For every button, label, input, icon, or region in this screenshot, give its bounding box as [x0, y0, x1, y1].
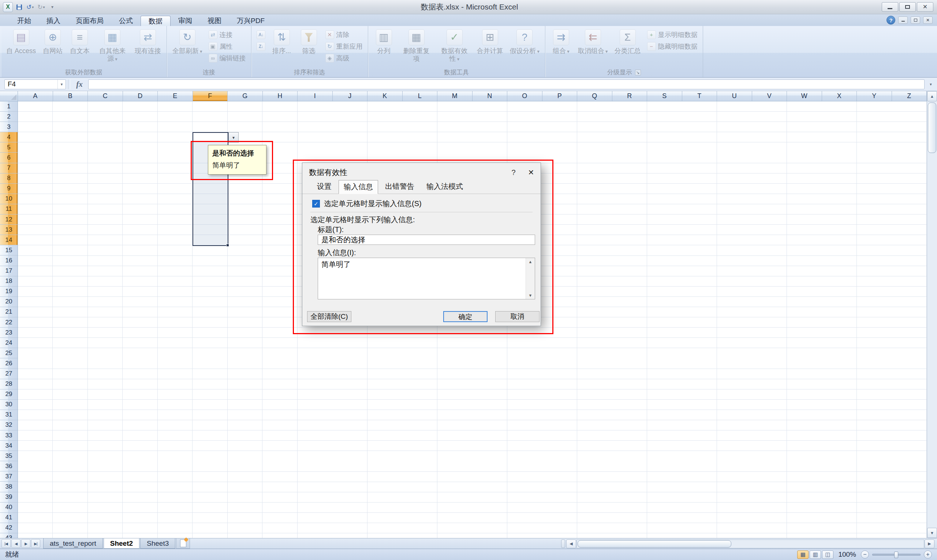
select-all-corner[interactable]: [0, 91, 18, 102]
scroll-left-button[interactable]: ◀: [566, 540, 576, 548]
row-header-15[interactable]: 15: [0, 245, 18, 255]
dialog-help-button[interactable]: ?: [505, 163, 522, 182]
qat-customize-button[interactable]: ▾: [48, 2, 57, 12]
textarea-scroll-up-icon[interactable]: ▲: [529, 260, 532, 264]
zoom-level[interactable]: 100%: [838, 551, 856, 558]
vertical-scroll-thumb[interactable]: [928, 103, 936, 153]
ribbon-button-sort[interactable]: ⇅排序...: [269, 29, 295, 55]
insert-worksheet-button[interactable]: [176, 538, 190, 549]
column-header-K[interactable]: K: [368, 91, 403, 101]
row-header-34[interactable]: 34: [0, 441, 18, 451]
row-header-36[interactable]: 36: [0, 461, 18, 471]
zoom-slider-thumb[interactable]: [894, 552, 898, 558]
clear-all-button[interactable]: 全部清除(C): [307, 311, 351, 322]
row-header-11[interactable]: 11: [0, 204, 18, 214]
column-header-E[interactable]: E: [158, 91, 193, 101]
ribbon-button-text-to-columns[interactable]: ▥分列: [371, 29, 397, 55]
column-header-W[interactable]: W: [787, 91, 822, 101]
textarea-scroll-down-icon[interactable]: ▼: [529, 293, 532, 298]
redo-button[interactable]: ↻▾: [36, 2, 46, 12]
workbook-minimize-button[interactable]: [898, 17, 908, 24]
ribbon-button-reapply[interactable]: ↻重新应用: [323, 41, 365, 52]
last-sheet-button[interactable]: ▶|: [31, 539, 40, 548]
row-header-42[interactable]: 42: [0, 523, 18, 533]
column-header-M[interactable]: M: [437, 91, 472, 101]
formula-bar-expand-icon[interactable]: ▾: [927, 79, 935, 89]
column-header-J[interactable]: J: [333, 91, 368, 101]
ribbon-button-properties[interactable]: ▣属性: [206, 41, 248, 52]
ribbon-tab-data[interactable]: 数据: [140, 16, 171, 26]
ribbon-button-ungroup[interactable]: ⇇取消组合▾: [575, 29, 611, 55]
close-button[interactable]: ✕: [917, 2, 933, 12]
column-header-B[interactable]: B: [53, 91, 88, 101]
ribbon-button-what-if-analysis[interactable]: ?假设分析▾: [507, 29, 542, 55]
workbook-restore-button[interactable]: [911, 17, 920, 24]
ribbon-tab-insert[interactable]: 插入: [39, 16, 68, 26]
tab-split-handle[interactable]: [561, 540, 565, 548]
row-header-37[interactable]: 37: [0, 471, 18, 482]
row-header-28[interactable]: 28: [0, 379, 18, 389]
workbook-close-button[interactable]: ✕: [923, 17, 932, 24]
excel-app-icon[interactable]: X: [3, 2, 13, 12]
ribbon-tab-home[interactable]: 开始: [9, 16, 39, 26]
scroll-down-button[interactable]: ▼: [927, 528, 937, 538]
row-header-5[interactable]: 5: [0, 142, 18, 152]
ribbon-button-from-access[interactable]: ▤自 Access: [4, 29, 38, 55]
row-header-18[interactable]: 18: [0, 276, 18, 286]
minimize-button[interactable]: [882, 2, 898, 12]
horizontal-scroll-thumb[interactable]: [578, 540, 731, 548]
column-header-A[interactable]: A: [18, 91, 53, 101]
dialog-close-button[interactable]: ✕: [522, 163, 541, 182]
ok-button[interactable]: 确定: [443, 311, 488, 322]
row-header-23[interactable]: 23: [0, 328, 18, 338]
ribbon-button-existing-connections[interactable]: ⇄现有连接: [132, 29, 164, 55]
ribbon-tab-page-layout[interactable]: 页面布局: [68, 16, 111, 26]
dialog-title-bar[interactable]: 数据有效性 ? ✕: [302, 163, 541, 182]
sheet-tab-ats-test-report[interactable]: ats_test_report: [43, 538, 103, 549]
row-header-35[interactable]: 35: [0, 451, 18, 461]
formula-input[interactable]: [88, 79, 925, 89]
column-header-R[interactable]: R: [612, 91, 648, 101]
view-button-normal[interactable]: ▦: [797, 551, 809, 559]
row-header-1[interactable]: 1: [0, 102, 18, 112]
name-box-dropdown-icon[interactable]: ▾: [57, 80, 66, 89]
row-header-26[interactable]: 26: [0, 358, 18, 369]
ribbon-button-from-web[interactable]: ⊕自网站: [40, 29, 66, 55]
row-header-43[interactable]: 43: [0, 533, 18, 538]
zoom-out-button[interactable]: −: [861, 551, 869, 558]
ribbon-button-from-other-sources[interactable]: ▦自其他来源▾: [94, 29, 131, 63]
ribbon-button-connections[interactable]: ⇄连接: [206, 29, 248, 40]
insert-function-button[interactable]: fx: [73, 79, 86, 89]
row-header-27[interactable]: 27: [0, 369, 18, 379]
column-header-T[interactable]: T: [682, 91, 717, 101]
vertical-scrollbar[interactable]: ▲ ▼: [927, 91, 937, 538]
cell-dropdown-button[interactable]: ▾: [228, 132, 238, 143]
ribbon-button-filter[interactable]: 筛选: [296, 29, 322, 55]
name-box[interactable]: ▾: [5, 79, 66, 89]
view-button-page-break[interactable]: ◫: [822, 551, 834, 559]
horizontal-scroll-track[interactable]: [577, 540, 924, 548]
view-button-page-layout[interactable]: ▥: [809, 551, 821, 559]
cancel-button[interactable]: 取消: [495, 311, 540, 322]
fill-handle[interactable]: [226, 244, 229, 247]
ribbon-tab-formulas[interactable]: 公式: [111, 16, 140, 26]
save-button[interactable]: [14, 2, 24, 12]
row-header-31[interactable]: 31: [0, 410, 18, 420]
ribbon-button-consolidate[interactable]: ⊞合并计算: [474, 29, 506, 55]
row-header-21[interactable]: 21: [0, 307, 18, 317]
undo-button[interactable]: ↺▾: [25, 2, 35, 12]
show-input-message-checkbox[interactable]: ✓ 选定单元格时显示输入信息(S): [312, 199, 422, 209]
dialog-launcher-icon[interactable]: ↘: [635, 69, 641, 75]
ribbon-tab-review[interactable]: 审阅: [171, 16, 200, 26]
sheet-tab-sheet3[interactable]: Sheet3: [140, 538, 175, 549]
horizontal-scrollbar[interactable]: ◀ ▶: [561, 539, 934, 548]
row-header-40[interactable]: 40: [0, 503, 18, 513]
textarea-scrollbar[interactable]: ▲ ▼: [526, 258, 535, 299]
column-header-Y[interactable]: Y: [857, 91, 892, 101]
column-header-L[interactable]: L: [403, 91, 438, 101]
ribbon-tab-view[interactable]: 视图: [200, 16, 229, 26]
row-header-17[interactable]: 17: [0, 266, 18, 276]
column-header-O[interactable]: O: [507, 91, 542, 101]
next-sheet-button[interactable]: ▶: [21, 539, 31, 548]
row-header-12[interactable]: 12: [0, 214, 18, 225]
